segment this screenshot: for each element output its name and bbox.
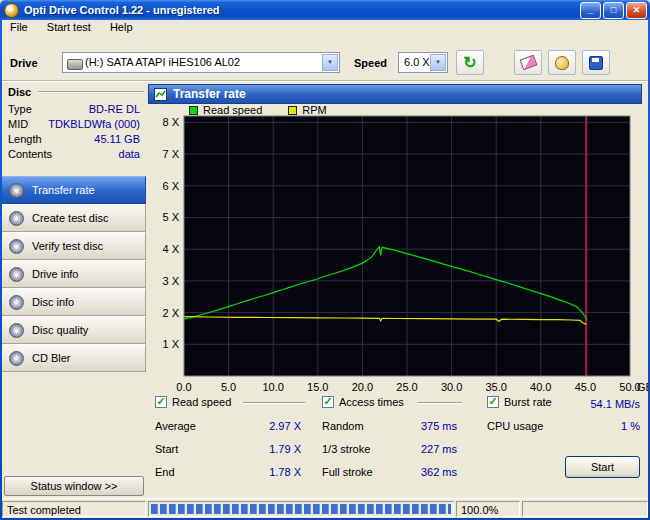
result-row-random: Random 375 ms bbox=[322, 420, 457, 432]
result-value: 375 ms bbox=[421, 420, 457, 432]
refresh-icon: ↻ bbox=[463, 53, 476, 72]
sidebar-item-create-test-disc[interactable]: Create test disc bbox=[0, 204, 146, 232]
sidebar-item-drive-info[interactable]: Drive info bbox=[0, 260, 146, 288]
disc-row-value: TDKBLDWfa (000) bbox=[48, 118, 140, 130]
refresh-button[interactable]: ↻ bbox=[456, 50, 484, 75]
sidebar-item-label: Create test disc bbox=[32, 212, 108, 224]
speed-select-value: 6.0 X bbox=[404, 56, 430, 68]
cd-bler-icon bbox=[9, 351, 24, 366]
svg-text:20.0: 20.0 bbox=[352, 381, 373, 393]
hand-icon bbox=[555, 56, 569, 70]
disc-panel-title: Disc bbox=[8, 86, 31, 98]
svg-text:4 X: 4 X bbox=[162, 243, 179, 255]
svg-text:2 X: 2 X bbox=[162, 307, 179, 319]
sidebar-item-transfer-rate[interactable]: Transfer rate bbox=[0, 176, 146, 204]
result-label: Random bbox=[322, 420, 364, 432]
result-label: End bbox=[155, 466, 175, 478]
drive-select[interactable]: (H:) SATA ATAPI iHES106 AL02 ▼ bbox=[62, 52, 340, 73]
chart-icon bbox=[154, 88, 167, 101]
svg-text:30.0: 30.0 bbox=[441, 381, 462, 393]
result-label: Start bbox=[155, 443, 178, 455]
checkbox-label: Access times bbox=[339, 396, 404, 408]
disc-row-label: Contents bbox=[8, 148, 52, 160]
menu-file[interactable]: File bbox=[2, 20, 36, 34]
statusbar: Test completed 100.0% bbox=[0, 498, 650, 520]
result-row-one-third-stroke: 1/3 stroke 227 ms bbox=[322, 443, 457, 455]
burst-rate-checkbox[interactable]: ✓ bbox=[487, 396, 499, 408]
svg-text:10.0: 10.0 bbox=[262, 381, 283, 393]
transfer-rate-icon bbox=[9, 183, 24, 198]
sidebar-item-label: CD Bler bbox=[32, 352, 71, 364]
svg-text:5.0: 5.0 bbox=[221, 381, 236, 393]
disc-quality-icon bbox=[9, 323, 24, 338]
speed-label: Speed bbox=[354, 57, 387, 69]
svg-text:3 X: 3 X bbox=[162, 275, 179, 287]
result-row-average: Average 2.97 X bbox=[155, 420, 301, 432]
disc-row-label: MID bbox=[8, 118, 28, 130]
disc-row-contents: Contents data bbox=[8, 148, 140, 160]
speed-select[interactable]: 6.0 X ▼ bbox=[398, 52, 448, 73]
window-border-left bbox=[0, 18, 2, 518]
sidebar-item-verify-test-disc[interactable]: Verify test disc bbox=[0, 232, 146, 260]
disc-row-value[interactable]: data bbox=[119, 148, 140, 160]
titlebar[interactable]: Opti Drive Control 1.22 - unregistered _… bbox=[0, 0, 650, 20]
svg-text:25.0: 25.0 bbox=[396, 381, 417, 393]
close-button[interactable]: ✕ bbox=[626, 2, 647, 19]
svg-text:5 X: 5 X bbox=[162, 211, 179, 223]
eject-button[interactable] bbox=[548, 50, 576, 75]
menu-start-test[interactable]: Start test bbox=[39, 20, 99, 34]
disc-row-mid: MID TDKBLDWfa (000) bbox=[8, 118, 140, 130]
svg-text:7 X: 7 X bbox=[162, 148, 179, 160]
save-button[interactable] bbox=[582, 50, 610, 75]
result-label: Full stroke bbox=[322, 466, 373, 478]
erase-disc-button[interactable] bbox=[514, 50, 542, 75]
start-button[interactable]: Start bbox=[565, 456, 640, 478]
svg-text:1 X: 1 X bbox=[162, 338, 179, 350]
check-icon: ✓ bbox=[323, 396, 332, 407]
page-title: Transfer rate bbox=[173, 87, 246, 101]
svg-text:15.0: 15.0 bbox=[307, 381, 328, 393]
menu-help[interactable]: Help bbox=[102, 20, 141, 34]
svg-text:6 X: 6 X bbox=[162, 180, 179, 192]
disc-row-label: Length bbox=[8, 133, 42, 145]
minimize-button[interactable]: _ bbox=[580, 2, 601, 19]
result-label: CPU usage bbox=[487, 420, 543, 432]
verify-test-disc-icon bbox=[9, 239, 24, 254]
access-times-checkbox-row: ✓ Access times bbox=[322, 396, 404, 408]
toolbar-separator bbox=[2, 80, 648, 82]
read-speed-checkbox[interactable]: ✓ bbox=[155, 396, 167, 408]
result-value: 2.97 X bbox=[269, 420, 301, 432]
sidebar-item-disc-quality[interactable]: Disc quality bbox=[0, 316, 146, 344]
sidebar-item-label: Disc quality bbox=[32, 324, 88, 336]
group-divider bbox=[243, 402, 305, 404]
result-label: 1/3 stroke bbox=[322, 443, 370, 455]
sidebar-item-label: Verify test disc bbox=[32, 240, 103, 252]
disc-info-icon bbox=[9, 295, 24, 310]
result-row-end: End 1.78 X bbox=[155, 466, 301, 478]
disc-row-value: BD-RE DL bbox=[89, 103, 140, 115]
access-times-checkbox[interactable]: ✓ bbox=[322, 396, 334, 408]
status-window-button[interactable]: Status window >> bbox=[4, 476, 144, 496]
chevron-down-icon[interactable]: ▼ bbox=[322, 54, 338, 71]
result-row-full-stroke: Full stroke 362 ms bbox=[322, 466, 457, 478]
progress-percent: 100.0% bbox=[456, 501, 520, 517]
sidebar-item-disc-info[interactable]: Disc info bbox=[0, 288, 146, 316]
disc-panel-divider bbox=[38, 91, 144, 93]
sidebar-item-cd-bler[interactable]: CD Bler bbox=[0, 344, 146, 372]
app-icon bbox=[4, 3, 19, 18]
statusbar-spacer bbox=[522, 501, 648, 517]
drive-label: Drive bbox=[10, 57, 38, 69]
disc-row-type: Type BD-RE DL bbox=[8, 103, 140, 115]
checkbox-label: Burst rate bbox=[504, 396, 552, 408]
progress-bar bbox=[148, 501, 454, 517]
result-row-start: Start 1.79 X bbox=[155, 443, 301, 455]
result-value: 1 % bbox=[621, 420, 640, 432]
maximize-button[interactable]: □ bbox=[603, 2, 624, 19]
eraser-icon bbox=[519, 55, 537, 70]
chevron-down-icon[interactable]: ▼ bbox=[430, 54, 446, 71]
svg-text:35.0: 35.0 bbox=[485, 381, 506, 393]
progress-fill bbox=[151, 504, 451, 514]
save-icon bbox=[589, 56, 603, 70]
drive-select-value: (H:) SATA ATAPI iHES106 AL02 bbox=[85, 56, 240, 68]
create-test-disc-icon bbox=[9, 211, 24, 226]
